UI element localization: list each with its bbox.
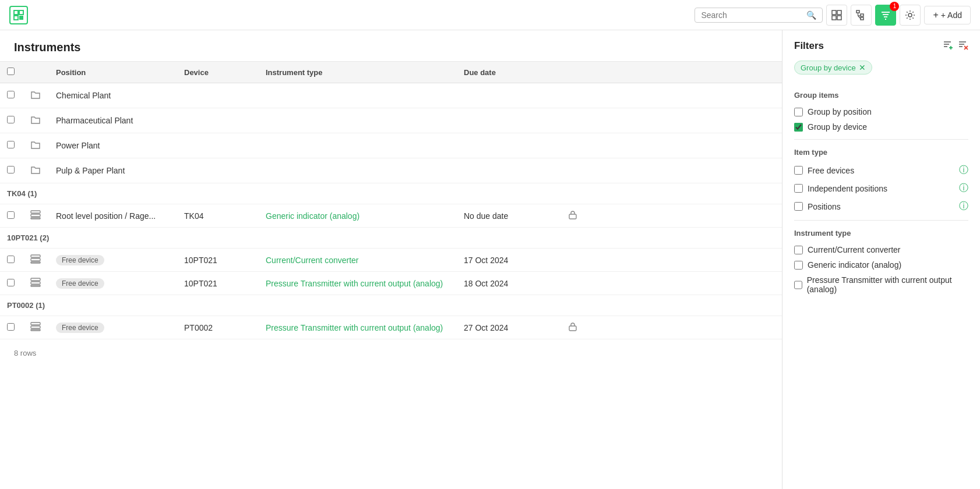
free-devices-info-icon[interactable]: ⓘ (959, 164, 968, 176)
row-position: Pharmaceutical Plant (49, 108, 177, 133)
clear-filters-button[interactable] (958, 40, 968, 52)
row-checkbox[interactable] (7, 141, 15, 148)
row-instrument-type: Generic indicator (analog) (259, 204, 457, 228)
group-by-position-checkbox[interactable] (794, 108, 803, 116)
main-area: Instruments Position Device Instrument t… (0, 30, 980, 489)
hierarchy-button[interactable] (851, 5, 872, 26)
header-due-date: Due date (457, 62, 562, 83)
svg-rect-25 (31, 262, 40, 263)
positions-checkbox[interactable] (794, 202, 803, 211)
svg-rect-29 (31, 323, 40, 325)
row-instrument-type (259, 158, 457, 183)
rows-icon (30, 211, 41, 221)
independent-positions-info-icon[interactable]: ⓘ (959, 182, 968, 194)
svg-rect-5 (837, 10, 841, 15)
row-due-date (457, 158, 562, 183)
search-input[interactable] (701, 10, 804, 20)
svg-rect-28 (31, 285, 40, 286)
row-icon-cell (23, 249, 49, 272)
table-row: Free device 10PT021 Pressure Transmitter… (0, 272, 782, 295)
independent-positions-checkbox[interactable] (794, 184, 803, 193)
table-area: Instruments Position Device Instrument t… (0, 30, 782, 489)
group-by-position-label[interactable]: Group by position (808, 107, 872, 116)
filters-sidebar: Filters (782, 30, 980, 489)
row-device (177, 83, 259, 108)
row-position: Root level position / Rage... (49, 204, 177, 228)
row-checkbox[interactable] (7, 116, 15, 123)
filter-button[interactable]: 1 (875, 5, 896, 26)
row-checkbox-cell (0, 249, 23, 272)
group-by-device-label[interactable]: Group by device (808, 122, 867, 132)
svg-rect-30 (31, 326, 40, 328)
lock-icon (569, 324, 577, 333)
filter-actions (943, 40, 968, 52)
row-icon-cell (23, 158, 49, 183)
divider-2 (794, 220, 968, 221)
row-lock-cell (562, 133, 782, 158)
search-icon: 🔍 (806, 10, 816, 20)
row-checkbox[interactable] (7, 323, 15, 331)
pressure-transmitter-label[interactable]: Pressure Transmitter with current output… (807, 275, 968, 294)
row-checkbox[interactable] (7, 256, 15, 263)
active-filter-label: Group by device (801, 63, 856, 72)
svg-rect-3 (19, 16, 23, 20)
svg-rect-21 (31, 218, 40, 219)
group-by-device-checkbox[interactable] (794, 123, 803, 132)
row-icon-cell (23, 316, 49, 339)
independent-positions-label[interactable]: Independent positions (808, 184, 887, 193)
positions-label[interactable]: Positions (808, 202, 841, 211)
row-device: 10PT021 (177, 249, 259, 272)
free-devices-checkbox[interactable] (794, 166, 803, 175)
filter-option-generic-indicator: Generic indicator (analog) (794, 257, 968, 272)
instruments-table: Position Device Instrument type Due date (0, 62, 782, 339)
row-checkbox-cell (0, 133, 23, 158)
row-due-date (457, 108, 562, 133)
row-checkbox[interactable] (7, 211, 15, 219)
current-current-label[interactable]: Current/Current converter (808, 245, 901, 254)
instrument-type-link[interactable]: Current/Current converter (266, 256, 359, 265)
positions-info-icon[interactable]: ⓘ (959, 200, 968, 212)
free-devices-label[interactable]: Free devices (808, 166, 854, 175)
add-filter-button[interactable] (943, 40, 953, 52)
row-checkbox-cell (0, 204, 23, 228)
row-lock-cell (562, 83, 782, 108)
row-position: Free device (49, 249, 177, 272)
svg-rect-32 (569, 326, 576, 331)
generic-indicator-checkbox[interactable] (794, 261, 803, 270)
toolbar-left (9, 6, 28, 24)
row-instrument-type: Pressure Transmitter with current output… (259, 272, 457, 295)
instrument-type-link[interactable]: Pressure Transmitter with current output… (266, 323, 443, 332)
pressure-transmitter-checkbox[interactable] (794, 281, 802, 289)
remove-filter-button[interactable]: ✕ (859, 63, 866, 72)
row-due-date: No due date (457, 204, 562, 228)
row-checkbox-cell (0, 316, 23, 339)
svg-rect-27 (31, 282, 40, 284)
row-icon-cell (23, 83, 49, 108)
row-instrument-type (259, 108, 457, 133)
header-extra (562, 62, 782, 83)
select-all-checkbox[interactable] (7, 68, 15, 75)
settings-button[interactable] (900, 5, 921, 26)
row-checkbox[interactable] (7, 166, 15, 173)
filter-option-free-devices: Free devices ⓘ (794, 161, 968, 179)
row-lock-cell (562, 158, 782, 183)
table-header-row: Position Device Instrument type Due date (0, 62, 782, 83)
add-button[interactable]: + + Add (924, 6, 971, 24)
instrument-type-link[interactable]: Pressure Transmitter with current output… (266, 279, 443, 288)
row-checkbox[interactable] (7, 91, 15, 98)
row-device: 10PT021 (177, 272, 259, 295)
section-title-item-type: Item type (794, 148, 968, 157)
svg-rect-9 (861, 14, 863, 16)
search-box[interactable]: 🔍 (695, 8, 823, 23)
instrument-type-link[interactable]: Generic indicator (analog) (266, 211, 359, 221)
row-due-date: 18 Oct 2024 (457, 272, 562, 295)
grid-view-button[interactable] (826, 5, 847, 26)
row-lock-cell (562, 249, 782, 272)
row-checkbox[interactable] (7, 279, 15, 286)
folder-icon (30, 91, 41, 101)
table-row: Power Plant (0, 133, 782, 158)
generic-indicator-label[interactable]: Generic indicator (analog) (808, 260, 901, 270)
current-current-checkbox[interactable] (794, 246, 803, 254)
row-position: Chemical Plant (49, 83, 177, 108)
row-position: Free device (49, 272, 177, 295)
